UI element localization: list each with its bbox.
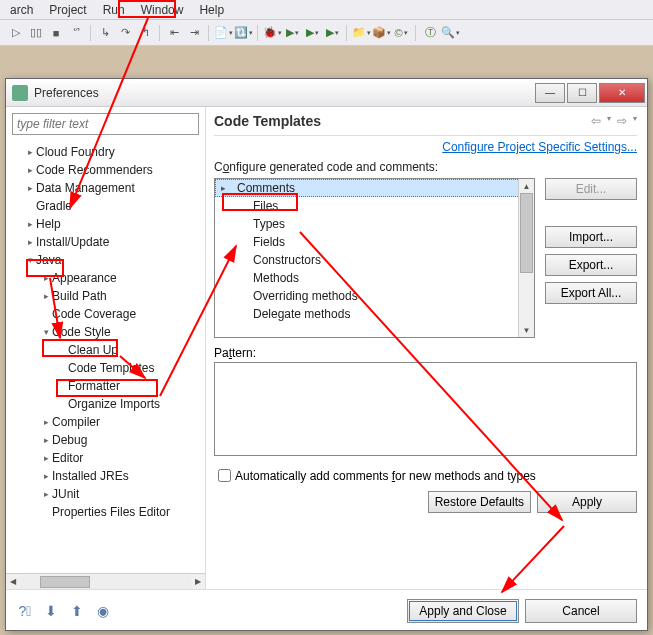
tree-item[interactable]: Properties Files Editor (6, 503, 205, 521)
twisty-icon[interactable]: ▾ (40, 327, 52, 337)
list-item[interactable]: Constructors (215, 251, 534, 269)
twisty-icon[interactable]: ▸ (24, 219, 36, 229)
apply-and-close-button[interactable]: Apply and Close (407, 599, 519, 623)
filter-icon[interactable]: ⇥ (186, 25, 202, 41)
twisty-icon[interactable]: ▸ (40, 453, 52, 463)
twisty-icon[interactable]: ▸ (40, 417, 52, 427)
pattern-textarea[interactable] (214, 362, 637, 456)
export-prefs-icon[interactable]: ⬆ (68, 602, 86, 620)
apply-button[interactable]: Apply (537, 491, 637, 513)
tree-item[interactable]: ▸Debug (6, 431, 205, 449)
twisty-icon[interactable]: ▸ (24, 183, 36, 193)
tree-item[interactable]: Clean Up (6, 341, 205, 359)
twisty-icon[interactable]: ▸ (40, 435, 52, 445)
help-icon[interactable]: ?⃝ (16, 602, 34, 620)
coverage-icon[interactable]: ▶ (324, 25, 340, 41)
filter-input[interactable] (12, 113, 199, 135)
menu-help[interactable]: Help (191, 1, 232, 19)
forward-icon[interactable]: ⇨ (617, 114, 627, 128)
back-icon[interactable]: ⇦ (591, 114, 601, 128)
import-prefs-icon[interactable]: ⬇ (42, 602, 60, 620)
tree-item[interactable]: Formatter (6, 377, 205, 395)
resume-icon[interactable]: ▷ (8, 25, 24, 41)
tree-item[interactable]: ▾Code Style (6, 323, 205, 341)
scroll-thumb[interactable] (520, 193, 533, 273)
list-item[interactable]: Types (215, 215, 534, 233)
twisty-icon[interactable]: ▸ (40, 273, 52, 283)
list-item[interactable]: Fields (215, 233, 534, 251)
edit-button[interactable]: Edit... (545, 178, 637, 200)
tree-item[interactable]: ▸Install/Update (6, 233, 205, 251)
import-button[interactable]: Import... (545, 226, 637, 248)
cancel-button[interactable]: Cancel (525, 599, 637, 623)
preferences-tree[interactable]: ▸Cloud Foundry▸Code Recommenders▸Data Ma… (6, 141, 205, 573)
twisty-icon[interactable]: ▸ (40, 471, 52, 481)
new-java-project-icon[interactable]: 📁 (353, 25, 369, 41)
tree-item[interactable]: ▸Installed JREs (6, 467, 205, 485)
twisty-icon[interactable]: ▸ (40, 291, 52, 301)
disconnect-icon[interactable]: ᔥ (68, 25, 84, 41)
new-package-icon[interactable]: 📦 (373, 25, 389, 41)
tree-item[interactable]: ▸Help (6, 215, 205, 233)
menu-project[interactable]: Project (41, 1, 94, 19)
export-all-button[interactable]: Export All... (545, 282, 637, 304)
menu-run[interactable]: Run (95, 1, 133, 19)
stop-icon[interactable]: ■ (48, 25, 64, 41)
step-into-icon[interactable]: ↳ (97, 25, 113, 41)
restore-defaults-button[interactable]: Restore Defaults (428, 491, 531, 513)
tree-item[interactable]: ▾Java (6, 251, 205, 269)
search-icon[interactable]: 🔍 (442, 25, 458, 41)
maximize-button[interactable]: ☐ (567, 83, 597, 103)
tree-item[interactable]: ▸Cloud Foundry (6, 143, 205, 161)
new-icon[interactable]: 📄 (215, 25, 231, 41)
close-button[interactable]: ✕ (599, 83, 645, 103)
list-item[interactable]: Delegate methods (215, 305, 534, 323)
twisty-icon[interactable]: ▸ (40, 489, 52, 499)
scroll-left-icon[interactable]: ◀ (6, 575, 20, 589)
vertical-scrollbar[interactable]: ▲ ▼ (518, 179, 534, 337)
twisty-icon[interactable]: ▾ (24, 255, 36, 265)
export-button[interactable]: Export... (545, 254, 637, 276)
horizontal-scrollbar[interactable]: ◀ ▶ (6, 573, 205, 589)
tree-item[interactable]: ▸Compiler (6, 413, 205, 431)
pause-icon[interactable]: ▯▯ (28, 25, 44, 41)
menu-search[interactable]: arch (2, 1, 41, 19)
project-settings-link[interactable]: Configure Project Specific Settings... (442, 140, 637, 154)
open-type-icon[interactable]: 🔃 (235, 25, 251, 41)
run-last-icon[interactable]: ▶ (304, 25, 320, 41)
open-type-icon[interactable]: Ⓣ (422, 25, 438, 41)
new-class-icon[interactable]: © (393, 25, 409, 41)
step-over-icon[interactable]: ↷ (117, 25, 133, 41)
minimize-button[interactable]: — (535, 83, 565, 103)
scroll-right-icon[interactable]: ▶ (191, 575, 205, 589)
list-item[interactable]: Methods (215, 269, 534, 287)
list-item[interactable]: Overriding methods (215, 287, 534, 305)
tree-item[interactable]: Organize Imports (6, 395, 205, 413)
tree-item[interactable]: ▸Code Recommenders (6, 161, 205, 179)
tree-item[interactable]: ▸Build Path (6, 287, 205, 305)
step-return-icon[interactable]: ↰ (137, 25, 153, 41)
debug-icon[interactable]: 🐞 (264, 25, 280, 41)
tree-item[interactable]: Gradle (6, 197, 205, 215)
templates-list[interactable]: CommentsFilesTypesFieldsConstructorsMeth… (214, 178, 535, 338)
twisty-icon[interactable]: ▸ (24, 165, 36, 175)
twisty-icon[interactable]: ▸ (24, 237, 36, 247)
tree-item[interactable]: ▸Editor (6, 449, 205, 467)
tree-item[interactable]: ▸Data Management (6, 179, 205, 197)
scroll-thumb[interactable] (40, 576, 90, 588)
tree-item[interactable]: ▸Appearance (6, 269, 205, 287)
tree-item[interactable]: ▸JUnit (6, 485, 205, 503)
scroll-up-icon[interactable]: ▲ (519, 179, 534, 193)
auto-add-comments-checkbox[interactable] (218, 469, 231, 482)
tree-item[interactable]: Code Templates (6, 359, 205, 377)
run-icon[interactable]: ▶ (284, 25, 300, 41)
tree-item-label: Build Path (52, 289, 107, 303)
menu-window[interactable]: Window (133, 1, 192, 19)
oomph-icon[interactable]: ◉ (94, 602, 112, 620)
list-item[interactable]: Comments (215, 179, 534, 197)
scroll-down-icon[interactable]: ▼ (519, 323, 534, 337)
twisty-icon[interactable]: ▸ (24, 147, 36, 157)
list-item[interactable]: Files (215, 197, 534, 215)
drop-icon[interactable]: ⇤ (166, 25, 182, 41)
tree-item[interactable]: Code Coverage (6, 305, 205, 323)
